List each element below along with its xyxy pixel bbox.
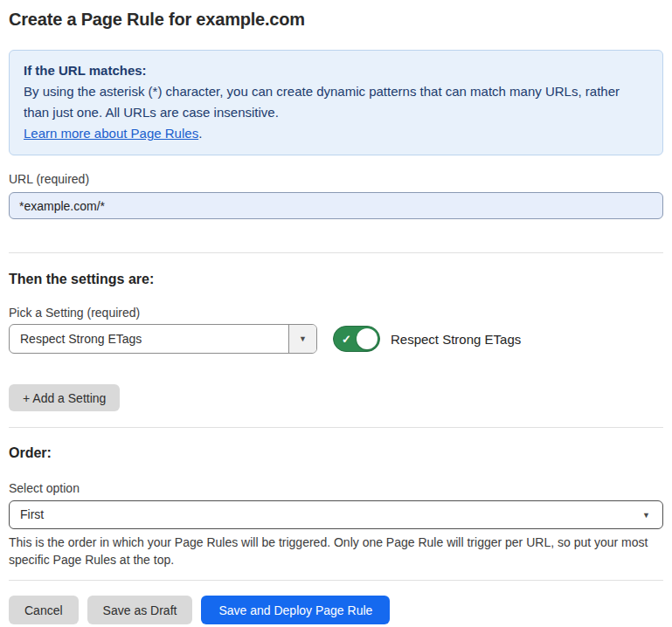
divider — [9, 427, 663, 428]
etag-toggle[interactable]: ✓ — [333, 326, 380, 352]
cancel-button[interactable]: Cancel — [9, 596, 79, 624]
check-icon: ✓ — [342, 334, 351, 345]
settings-section-heading: Then the settings are: — [9, 272, 663, 287]
order-select[interactable]: First ▼ — [9, 500, 663, 529]
info-box-body: By using the asterisk (*) character, you… — [24, 81, 635, 123]
chevron-down-icon: ▼ — [299, 335, 307, 343]
setting-select[interactable]: Respect Strong ETags ▼ — [9, 324, 317, 354]
url-field-label: URL (required) — [9, 172, 663, 187]
divider — [9, 580, 663, 581]
page-title: Create a Page Rule for example.com — [9, 7, 663, 31]
order-help-text: This is the order in which your Page Rul… — [9, 534, 663, 568]
setting-row: Respect Strong ETags ▼ ✓ Respect Strong … — [9, 324, 663, 354]
setting-picker-label: Pick a Setting (required) — [9, 306, 663, 320]
order-select-label: Select option — [9, 481, 663, 496]
save-draft-button[interactable]: Save as Draft — [87, 596, 193, 624]
order-select-value: First — [20, 507, 44, 521]
order-section-heading: Order: — [9, 445, 663, 461]
chevron-down-icon: ▼ — [642, 511, 650, 519]
url-input[interactable] — [9, 192, 663, 219]
toggle-knob — [357, 328, 378, 349]
info-box-heading: If the URL matches: — [24, 60, 648, 81]
etag-toggle-label: Respect Strong ETags — [391, 332, 521, 347]
page-rule-form: Create a Page Rule for example.com If th… — [0, 0, 672, 627]
add-setting-button[interactable]: + Add a Setting — [9, 384, 120, 411]
link-suffix: . — [198, 126, 202, 141]
divider — [9, 252, 663, 253]
footer-actions: Cancel Save as Draft Save and Deploy Pag… — [9, 596, 663, 624]
learn-more-link[interactable]: Learn more about Page Rules — [24, 126, 198, 141]
setting-select-arrow-button[interactable]: ▼ — [288, 325, 316, 353]
url-match-info-box: If the URL matches: By using the asteris… — [9, 50, 663, 155]
save-deploy-button[interactable]: Save and Deploy Page Rule — [201, 596, 390, 624]
setting-select-value: Respect Strong ETags — [10, 325, 288, 353]
info-box-link-line: Learn more about Page Rules. — [24, 123, 648, 144]
